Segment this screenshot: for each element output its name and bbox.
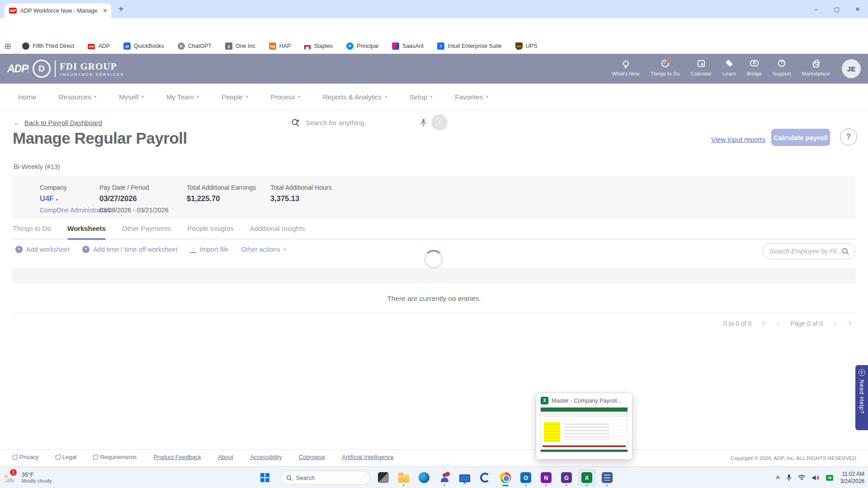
window-minimize-button[interactable]: – [806, 0, 826, 18]
bookmark-adp[interactable]: ADPADP [88, 43, 110, 49]
tab-worksheets[interactable]: Worksheets [67, 225, 106, 239]
other-actions-dropdown[interactable]: Other actions▾ [241, 246, 286, 253]
excel-preview-thumbnail[interactable] [540, 407, 628, 452]
calendar-button[interactable]: Calendar [691, 59, 712, 76]
whats-new-button[interactable]: What's New [612, 59, 640, 76]
nav-favorites[interactable]: Favorites▾ [455, 93, 488, 101]
employee-search-input[interactable] [769, 248, 842, 255]
excel-preview-popup[interactable]: X Master - Company Payroll... [536, 393, 632, 460]
tab-other-payments[interactable]: Other Payments [122, 225, 171, 239]
import-file-button[interactable]: ↑Import file [190, 246, 229, 253]
window-maximize-button[interactable]: ▢ [826, 0, 847, 18]
goto-icon[interactable]: G [557, 469, 576, 487]
footer-requirements-link[interactable]: Requirements [93, 454, 137, 460]
user-avatar[interactable]: JE [842, 59, 861, 78]
search-icon[interactable] [842, 248, 849, 255]
global-search[interactable]: ↑ [284, 112, 450, 133]
dark-app-icon[interactable] [374, 469, 392, 487]
next-page-icon[interactable]: > [834, 320, 836, 327]
footer-accessibility-link[interactable]: Accessibility [250, 454, 282, 460]
bookmark-chatgpt[interactable]: ✳ChatGPT [178, 42, 212, 50]
edge-icon[interactable] [415, 469, 433, 487]
back-to-dashboard-link[interactable]: ← Back to Payroll Dashboard [14, 119, 102, 127]
speaker-icon[interactable] [812, 475, 820, 481]
mic-icon[interactable] [786, 474, 792, 481]
footer-cobrowse-link[interactable]: Cobrowse [299, 454, 326, 460]
bookmark-quickbooks[interactable]: qbQuickBooks [123, 42, 164, 50]
teams-chat-icon[interactable] [435, 469, 453, 487]
footer-legal-link[interactable]: Legal [56, 454, 77, 460]
excel-ribbon-bar [541, 408, 627, 412]
tray-expand-icon[interactable]: ^ [776, 475, 779, 482]
bookmark-saasant[interactable]: SaasAnt [392, 42, 424, 50]
bookmark-ups[interactable]: upsUPS [515, 42, 538, 50]
hap-icon: hap [269, 42, 276, 50]
bookmark-intuit[interactable]: IIntuit Enterprise Suite [437, 42, 502, 50]
footer-product-feedback-link[interactable]: Product Feedback [153, 454, 201, 460]
taskbar-search-input[interactable] [296, 474, 364, 481]
nav-resources[interactable]: Resources▾ [59, 93, 96, 101]
footer-privacy-link[interactable]: Privacy [13, 454, 39, 460]
tab-additional-insights[interactable]: Additional Insights [250, 225, 305, 239]
hours-label: Total Additional Hours [270, 184, 331, 191]
window-close-button[interactable]: ✕ [847, 0, 868, 18]
notification-badge: 1 [10, 469, 17, 476]
excel-icon[interactable]: X [578, 469, 596, 487]
need-help-tab[interactable]: ? Need Help? [855, 365, 868, 430]
mic-icon[interactable] [420, 118, 427, 127]
adp-logo[interactable]: ADP [7, 63, 28, 75]
nav-myself[interactable]: Myself▾ [119, 93, 144, 101]
search-submit-icon[interactable]: ↑ [431, 114, 448, 131]
add-time-worksheet-button[interactable]: +Add time / time off worksheet [82, 246, 178, 253]
apps-grid-icon[interactable]: ⊞ [5, 42, 11, 51]
calculate-payroll-button[interactable]: Calculate payroll [771, 129, 830, 146]
nav-setup[interactable]: Setup▾ [410, 93, 433, 101]
start-button[interactable] [260, 473, 269, 482]
global-search-input[interactable] [306, 119, 420, 127]
bookmark-fifth-third[interactable]: Fifth Third Direct [22, 42, 74, 50]
bridge-button[interactable]: Bridge [747, 59, 762, 76]
file-explorer-icon[interactable] [395, 469, 413, 487]
bookmarks-divider [15, 42, 16, 50]
calculator-icon[interactable] [598, 469, 616, 487]
weather-widget[interactable]: 1 ☀☁ 35°F Mostly cloudy [3, 467, 52, 488]
footer-about-link[interactable]: About [218, 454, 233, 460]
taskbar-clock[interactable]: 11:02 AM 3/24/2026 [840, 470, 864, 485]
bookmark-hap[interactable]: hapHAP [269, 42, 291, 50]
nav-my-team[interactable]: My Team▾ [166, 93, 199, 101]
bookmark-staples[interactable]: Staples [304, 43, 333, 49]
add-worksheet-button[interactable]: +Add worksheet [15, 246, 70, 253]
bookmark-principal[interactable]: PPrincipal [346, 42, 378, 50]
nav-people[interactable]: People▾ [222, 93, 248, 101]
nav-reports-analytics[interactable]: Reports & Analytics▾ [323, 93, 387, 101]
company-code-dropdown[interactable]: U4F ▾ [40, 194, 58, 203]
prev-page-icon[interactable]: < [777, 320, 779, 327]
support-button[interactable]: Support [773, 59, 791, 76]
browser-tab[interactable]: ADP ADP Workforce Now - Manage ✕ [5, 3, 111, 18]
first-page-icon[interactable]: |< [762, 320, 766, 327]
last-page-icon[interactable]: >| [847, 320, 851, 327]
things-to-do-button[interactable]: Things to Do [651, 59, 680, 76]
weather-temperature: 35°F [22, 472, 52, 478]
outlook-icon[interactable]: O [517, 469, 535, 487]
page-help-button[interactable]: ? [840, 128, 857, 145]
marketplace-button[interactable]: Marketplace [802, 59, 830, 76]
remote-desktop-icon[interactable] [456, 469, 474, 487]
tab-things-to-do[interactable]: Things to Do [13, 225, 51, 239]
tab-people-insights[interactable]: People Insights [187, 225, 234, 239]
copilot-icon[interactable] [476, 469, 494, 487]
taskbar-search[interactable] [280, 471, 370, 485]
nav-process[interactable]: Process▾ [270, 93, 300, 101]
tab-close-icon[interactable]: ✕ [103, 7, 108, 14]
battery-app-icon[interactable] [826, 475, 834, 481]
new-tab-button[interactable]: + [118, 4, 124, 14]
chrome-icon[interactable] [496, 469, 514, 487]
bookmark-one-inc[interactable]: ||One Inc [225, 42, 255, 50]
wifi-icon[interactable] [798, 475, 806, 481]
onenote-icon[interactable]: N [537, 469, 555, 487]
learn-button[interactable]: Learn [722, 59, 736, 76]
footer-ai-link[interactable]: Artificial Intelligence [342, 454, 394, 460]
employee-search[interactable] [763, 243, 855, 259]
nav-home[interactable]: Home [18, 93, 36, 101]
view-input-reports-link[interactable]: View input reports [711, 136, 765, 143]
